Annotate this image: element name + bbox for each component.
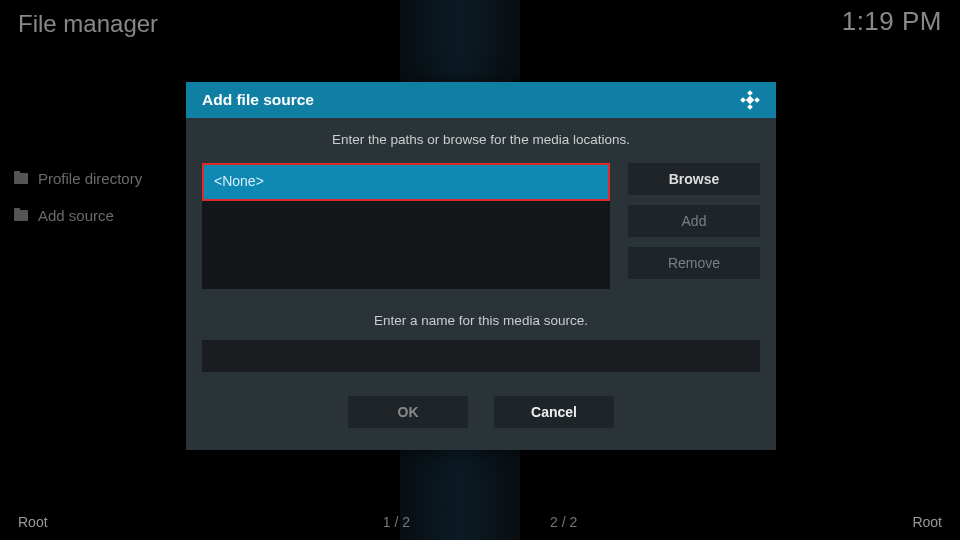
page-title: File manager — [18, 10, 158, 38]
dialog-title-text: Add file source — [202, 91, 314, 109]
instruction-name: Enter a name for this media source. — [202, 313, 760, 328]
footer-page-left: 1 / 2 — [383, 514, 410, 530]
svg-rect-1 — [740, 97, 746, 103]
source-name-input[interactable] — [202, 340, 760, 372]
svg-rect-4 — [746, 96, 754, 104]
dialog-titlebar: Add file source — [186, 82, 776, 118]
path-list: <None> — [202, 163, 610, 289]
svg-rect-2 — [754, 97, 760, 103]
side-buttons: Browse Add Remove — [628, 163, 760, 279]
footer-center: 1 / 2 2 / 2 — [383, 514, 578, 530]
svg-rect-0 — [747, 90, 753, 96]
footer: Root 1 / 2 2 / 2 Root — [0, 514, 960, 530]
sidebar-item-profile-directory[interactable]: Profile directory — [14, 170, 142, 187]
dialog-body: Enter the paths or browse for the media … — [186, 118, 776, 450]
footer-left: Root — [18, 514, 48, 530]
path-input[interactable]: <None> — [202, 163, 610, 201]
ok-button[interactable]: OK — [348, 396, 468, 428]
path-row: <None> Browse Add Remove — [202, 163, 760, 289]
svg-rect-3 — [747, 104, 753, 110]
add-button[interactable]: Add — [628, 205, 760, 237]
cancel-button[interactable]: Cancel — [494, 396, 614, 428]
add-file-source-dialog: Add file source Enter the paths or brows… — [186, 82, 776, 450]
folder-icon — [14, 210, 28, 221]
clock: 1:19 PM — [842, 6, 942, 37]
footer-page-right: 2 / 2 — [550, 514, 577, 530]
remove-button[interactable]: Remove — [628, 247, 760, 279]
sidebar-item-label: Add source — [38, 207, 114, 224]
sidebar: Profile directory Add source — [14, 170, 142, 224]
kodi-icon — [740, 90, 760, 110]
sidebar-item-label: Profile directory — [38, 170, 142, 187]
folder-icon — [14, 173, 28, 184]
sidebar-item-add-source[interactable]: Add source — [14, 207, 142, 224]
footer-right: Root — [912, 514, 942, 530]
instruction-paths: Enter the paths or browse for the media … — [202, 132, 760, 147]
browse-button[interactable]: Browse — [628, 163, 760, 195]
dialog-bottom-buttons: OK Cancel — [202, 396, 760, 428]
